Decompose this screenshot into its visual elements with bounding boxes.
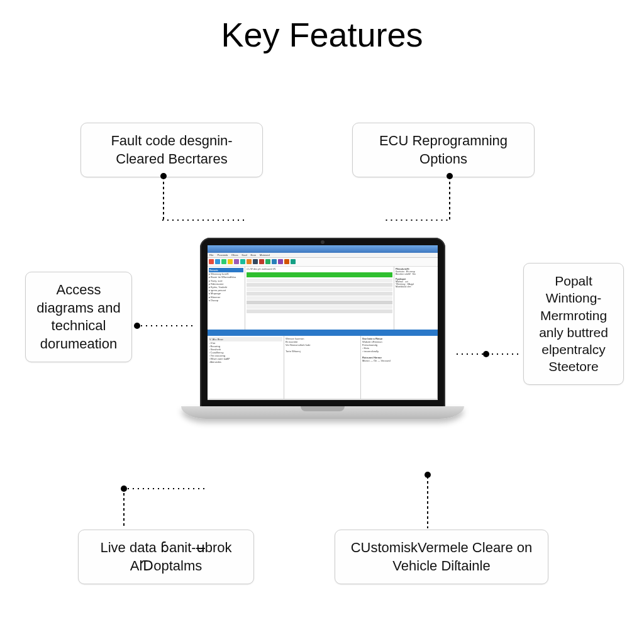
side-panel: FihesdurteHrKaetistor Eh erexpBeceber sr…	[394, 267, 438, 330]
menu-item: Kaol	[242, 253, 247, 257]
toolbar-icon	[209, 259, 214, 264]
window-menubar: FileProceedsDfcosKaolEronMotened	[208, 253, 438, 258]
webcam-icon	[321, 240, 325, 244]
feature-customisk: CUstomiskVermele Cleare on Vehicle Diſta…	[335, 530, 548, 584]
menu-item: Motened	[260, 253, 270, 257]
window-statusbar	[208, 399, 438, 400]
toolbar-icon	[253, 259, 258, 264]
laptop-hinge-notch	[301, 406, 345, 411]
menu-item: Eron	[251, 253, 256, 257]
laptop-frame: FileProceedsDfcosKaolEronMotened Bersots…	[200, 238, 445, 408]
feature-popalt: Popalt Wintiong-Mermroting anly buttred …	[523, 263, 624, 385]
lower-panel-1: V JA a Btow ▫ 3 fot▫ Bouwing▫ Sinwherh▫ …	[208, 336, 284, 399]
lower-panel-2: Wervoe IsuerronBr exontiteVer Ninesmstfo…	[284, 336, 361, 399]
feature-ecu-reprogramming: ECU Reprogramning Options	[352, 123, 535, 177]
toolbar-icon	[234, 259, 239, 264]
toolbar-icon	[259, 259, 264, 264]
toolbar-icon	[228, 259, 233, 264]
tree-panel: Bersots ▸ Wewrooy kcmtK ▸ Baser tie Wfar…	[208, 267, 245, 330]
feature-fault-code: Fault code desgnin-Cleared Becrtares	[80, 123, 263, 177]
menu-item: File	[209, 253, 213, 257]
toolbar-icon	[215, 259, 220, 264]
menu-item: Proceeds	[217, 253, 228, 257]
window-titlebar	[208, 245, 438, 253]
feature-live-data: Live data ɓanit-ʉbrok AlƊoptalms	[78, 530, 254, 584]
feature-access-diagrams: Access diagrams and technical dorumeatio…	[25, 272, 132, 362]
toolbar-icon	[240, 259, 245, 264]
toolbar-icon	[291, 259, 296, 264]
toolbar-icon	[221, 259, 226, 264]
laptop-screen: FileProceedsDfcosKaolEronMotened Bersots…	[208, 245, 438, 400]
toolbar-icon	[247, 259, 252, 264]
lower-panel-3: Sse bete a RntueWobole nReninanFreisctio…	[361, 336, 438, 399]
toolbar-icon	[265, 259, 270, 264]
page-title: Key Features	[0, 15, 644, 54]
toolbar-icon	[284, 259, 289, 264]
toolbar-icon	[278, 259, 283, 264]
laptop-illustration: FileProceedsDfcosKaolEronMotened Bersots…	[181, 238, 464, 452]
tree-header: Bersots	[209, 268, 243, 272]
menu-item: Dfcos	[231, 253, 238, 257]
window-toolbar	[208, 258, 438, 267]
section-header-bar	[208, 330, 438, 336]
toolbar-icon	[272, 259, 277, 264]
data-grid: v's W dex ph wolnsaed rN	[245, 267, 394, 330]
